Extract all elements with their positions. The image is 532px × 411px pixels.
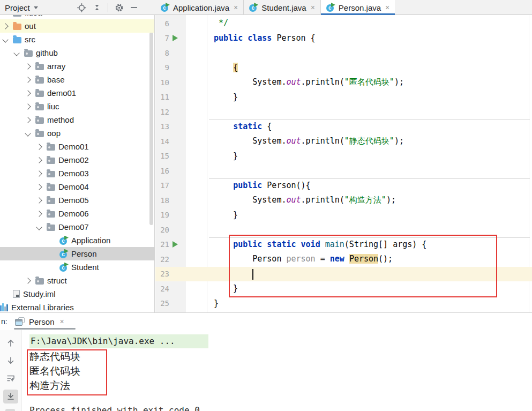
close-icon[interactable]: × (234, 4, 238, 11)
chevron-down-icon[interactable] (37, 225, 47, 229)
code-text[interactable]: System.out.println("匿名代码块"); (207, 75, 404, 90)
run-arrow-icon[interactable] (169, 35, 181, 41)
tree-item-idea[interactable]: .idea (0, 15, 154, 19)
line-number[interactable]: 12 (155, 108, 169, 116)
tree-item-out[interactable]: out (0, 19, 154, 33)
line-number[interactable]: 21 (155, 240, 169, 249)
chevron-right-icon[interactable] (37, 158, 47, 162)
chevron-right-icon[interactable] (3, 24, 13, 28)
line-number[interactable]: 11 (155, 93, 169, 101)
line-number[interactable]: 25 (155, 299, 169, 308)
tree-item-study-iml[interactable]: Study.iml (0, 287, 154, 301)
run-tab-person[interactable]: Person × (15, 315, 64, 328)
fold-marker-icon[interactable] (196, 94, 203, 100)
tree-item-demo01[interactable]: Demo01 (0, 140, 154, 153)
line-number[interactable]: 14 (155, 137, 169, 146)
chevron-down-icon[interactable] (3, 38, 13, 42)
chevron-right-icon[interactable] (37, 212, 47, 216)
line-number[interactable]: 20 (155, 226, 169, 234)
code-text[interactable]: public class Person { (207, 31, 316, 46)
fold-marker-icon[interactable] (196, 286, 203, 292)
arrow-down-icon[interactable] (5, 355, 16, 366)
chevron-right-icon[interactable] (26, 78, 35, 82)
chevron-right-icon[interactable] (26, 104, 35, 109)
line-number[interactable]: 15 (155, 152, 169, 160)
fold-marker-icon[interactable] (196, 123, 203, 130)
line-number[interactable]: 10 (155, 78, 169, 87)
chevron-right-icon[interactable] (26, 118, 35, 122)
gear-icon[interactable] (115, 3, 124, 12)
code-text[interactable]: System.out.println("构造方法"); (207, 193, 396, 208)
line-number[interactable]: 8 (155, 49, 169, 57)
close-icon[interactable]: × (311, 4, 315, 11)
tree-item-external-libraries[interactable]: External Libraries (0, 301, 154, 312)
line-number[interactable]: 24 (155, 285, 169, 293)
scroll-to-end-icon[interactable] (3, 390, 18, 403)
line-number[interactable]: 16 (155, 167, 169, 175)
line-number[interactable]: 6 (155, 19, 169, 28)
chevron-right-icon[interactable] (37, 185, 47, 189)
fold-marker-icon[interactable] (196, 20, 203, 27)
fold-marker-icon[interactable] (196, 212, 203, 218)
tree-item-student[interactable]: cStudent (0, 260, 154, 274)
crosshair-icon[interactable] (77, 3, 86, 12)
chevron-down-icon[interactable] (14, 51, 24, 55)
run-arrow-icon[interactable] (169, 241, 181, 248)
tree-item-base[interactable]: base (0, 73, 154, 86)
chevron-right-icon[interactable] (26, 279, 35, 283)
tree-item-demo07[interactable]: Demo07 (0, 220, 154, 234)
fold-marker-icon[interactable] (196, 64, 203, 71)
chevron-right-icon[interactable] (26, 64, 35, 69)
line-number[interactable]: 17 (155, 181, 169, 190)
tree-item-struct[interactable]: struct (0, 274, 154, 287)
code-text[interactable]: static { (207, 119, 272, 134)
line-number[interactable]: 19 (155, 211, 169, 219)
tree-item-oop[interactable]: oop (0, 126, 154, 140)
code-text[interactable]: } (207, 296, 219, 311)
line-number[interactable]: 7 (155, 34, 169, 42)
tree-item-demo01[interactable]: demo01 (0, 86, 154, 100)
soft-wrap-icon[interactable] (5, 373, 16, 384)
close-icon[interactable]: × (385, 4, 389, 11)
code-text[interactable]: } (207, 208, 238, 223)
line-number[interactable]: 9 (155, 63, 169, 72)
tree-item-demo02[interactable]: Demo02 (0, 153, 154, 167)
line-number[interactable]: 22 (155, 255, 169, 264)
editor-tab-person-java[interactable]: cPerson.java× (321, 0, 395, 15)
code-text[interactable]: } (207, 90, 238, 105)
line-number[interactable]: 23 (155, 270, 169, 278)
chevron-right-icon[interactable] (37, 171, 47, 176)
tree-item-method[interactable]: method (0, 113, 154, 126)
tree-item-person[interactable]: cPerson (0, 247, 154, 260)
fold-marker-icon[interactable] (196, 153, 203, 159)
editor-tab-student-java[interactable]: cStudent.java× (244, 0, 321, 15)
tree-item-demo06[interactable]: Demo06 (0, 207, 154, 220)
chevron-right-icon[interactable] (26, 91, 35, 95)
editor-tab-application-java[interactable]: cApplication.java× (155, 0, 244, 15)
chevron-down-icon[interactable] (34, 6, 38, 9)
arrow-up-icon[interactable] (5, 338, 16, 348)
tree-item-demo05[interactable]: Demo05 (0, 193, 154, 207)
chevron-right-icon[interactable] (37, 198, 47, 203)
minimize-icon[interactable] (130, 4, 138, 11)
tree-item-array[interactable]: array (0, 59, 154, 73)
tree-item-demo04[interactable]: Demo04 (0, 180, 154, 193)
close-icon[interactable]: × (60, 317, 64, 326)
code-text[interactable]: */ (207, 16, 228, 31)
chevron-down-icon[interactable] (26, 131, 35, 136)
code-text[interactable]: } (207, 149, 238, 164)
fold-marker-icon[interactable] (196, 241, 203, 248)
line-number[interactable]: 13 (155, 122, 169, 131)
collapse-all-icon[interactable] (93, 3, 101, 12)
tree-item-application[interactable]: cApplication (0, 234, 154, 247)
fold-marker-icon[interactable] (196, 182, 203, 189)
chevron-right-icon[interactable] (37, 145, 47, 149)
project-tool-window-title[interactable]: Project (5, 3, 30, 12)
code-text[interactable]: public Person(){ (207, 178, 311, 193)
tree-item-github[interactable]: github (0, 46, 154, 59)
tree-item-liuc[interactable]: liuc (0, 100, 154, 113)
code-text[interactable]: { (207, 61, 238, 76)
tree-item-demo03[interactable]: Demo03 (0, 167, 154, 180)
tree-item-src[interactable]: src (0, 33, 154, 46)
line-number[interactable]: 18 (155, 196, 169, 205)
